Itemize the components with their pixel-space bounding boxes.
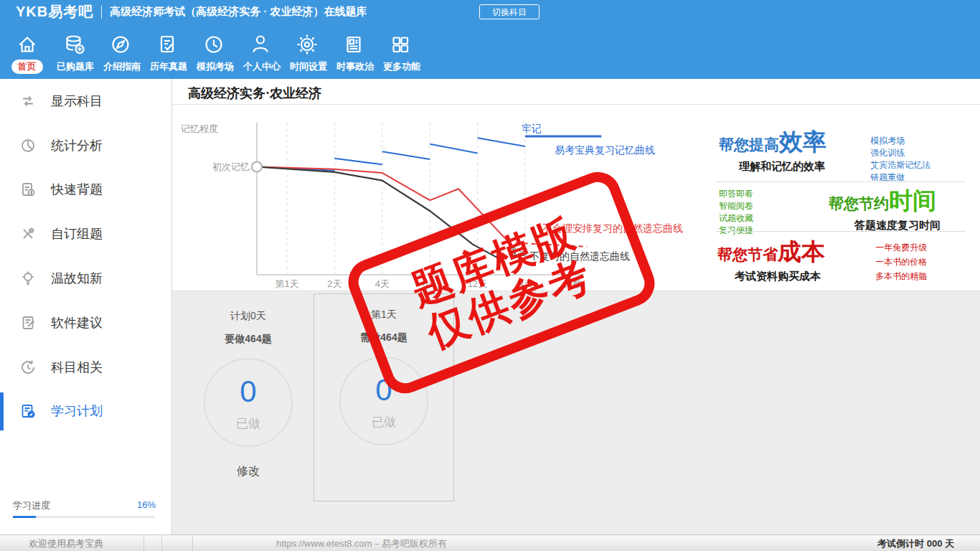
promo-panel: 帮您提高效率 理解和记忆的效率 模拟考场 强化训练 艾宾浩斯记忆法 错题重做 即… (709, 105, 980, 291)
promo-block-cost: 帮您节省成本 考试资料购买成本 一年免费升级 一本书的价格 多本书的精髓 (709, 236, 980, 286)
subject-icon (19, 359, 39, 376)
nav-label: 历年真题 (143, 60, 194, 74)
suggestion-icon (19, 314, 39, 331)
app-window: YKB易考吧 高级经济师考试（高级经济实务 · 农业经济）在线题库 切换科目 首… (0, 0, 980, 551)
progress-fill (13, 516, 36, 518)
nav-item-more[interactable]: 更多功能 (377, 24, 423, 79)
svg-text:初次记忆: 初次记忆 (212, 161, 250, 172)
nav-item-current-affairs[interactable]: 时事政治 (330, 24, 377, 79)
sidebar-item-label: 统计分析 (51, 137, 103, 154)
nav-label: 更多功能 (377, 60, 427, 74)
promo-item: 即答即看 (719, 188, 829, 200)
nav-label: 首页 (11, 60, 43, 74)
pie-chart-icon (19, 137, 39, 154)
sidebar-item-quick-memorize[interactable]: 快速背题 (0, 168, 171, 212)
statusbar-separator (161, 535, 162, 551)
study-progress-row: 学习进度 16% (13, 499, 156, 512)
svg-text:第1天: 第1天 (275, 278, 298, 289)
done-count-label: 已做 (205, 415, 291, 432)
nav-label: 时间设置 (283, 60, 334, 74)
sidebar-item-software-suggestion[interactable]: 软件建议 (0, 301, 171, 345)
modify-plan-link[interactable]: 修改 (178, 464, 319, 479)
main-navbar: 首页 已购题库 介绍指南 历年真题 模拟考场 个人中心 时间设置 时事政治 (0, 24, 980, 79)
sidebar-item-label: 自订组题 (51, 225, 103, 242)
nav-label: 介绍指南 (97, 60, 147, 74)
compass-icon (97, 30, 143, 59)
nav-item-home[interactable]: 首页 (4, 24, 50, 79)
flashcard-icon (19, 181, 39, 198)
promo-item: 模拟考场 (870, 135, 980, 147)
sidebar: 显示科目 统计分析 快速背题 自订组题 温故知新 软件建议 科目相关 学习计划 (0, 79, 172, 534)
plan-card-title: 计划0天 (178, 310, 319, 323)
statusbar-separator (192, 535, 193, 551)
promo-separator (716, 182, 966, 182)
database-icon (50, 30, 97, 59)
sidebar-item-review[interactable]: 温故知新 (0, 256, 171, 301)
study-progress-bar (13, 516, 154, 518)
nav-label: 模拟考场 (190, 60, 240, 74)
sidebar-item-label: 温故知新 (51, 270, 103, 287)
titlebar-divider (101, 6, 102, 19)
news-icon (330, 30, 377, 59)
promo-big-prefix: 帮您节省 (717, 246, 778, 263)
plan-card-subtitle: 要做464题 (178, 333, 319, 346)
svg-text:易考宝典复习记忆曲线: 易考宝典复习记忆曲线 (555, 144, 655, 156)
sidebar-item-label: 科目相关 (51, 359, 103, 376)
exam-countdown: 考试倒计时 000 天 (877, 537, 954, 550)
titlebar: YKB易考吧 高级经济师考试（高级经济实务 · 农业经济）在线题库 切换科目 (0, 0, 980, 24)
sidebar-item-subject-related[interactable]: 科目相关 (0, 345, 171, 390)
promo-big-word: 时间 (889, 187, 936, 214)
statusbar-welcome: 欢迎使用易考宝典 (29, 537, 103, 550)
nav-label: 时事政治 (330, 60, 380, 74)
nav-item-profile[interactable]: 个人中心 (237, 24, 283, 79)
statusbar-separator (143, 535, 144, 551)
promo-item: 强化训练 (870, 147, 980, 159)
app-title: 高级经济师考试（高级经济实务 · 农业经济）在线题库 (110, 5, 367, 19)
promo-item: 一年免费升级 (875, 240, 980, 255)
sidebar-item-study-plan[interactable]: 学习计划 (0, 390, 171, 434)
svg-text:记忆程度: 记忆程度 (181, 123, 218, 134)
nav-item-mock-exam[interactable]: 模拟考场 (190, 24, 237, 79)
promo-big-word: 成本 (778, 238, 825, 265)
promo-big-prefix: 帮您提高 (719, 136, 779, 153)
clock-icon (190, 30, 237, 59)
bulb-icon (19, 270, 39, 287)
promo-subtitle: 理解和记忆的效率 (719, 160, 870, 174)
statusbar-copyright: https://www.etest8.com－易考吧版权所有 (276, 537, 447, 550)
nav-item-purchased-banks[interactable]: 已购题库 (50, 24, 97, 79)
svg-text:牢记: 牢记 (522, 123, 542, 134)
user-icon (237, 30, 283, 59)
promo-item: 一本书的价格 (875, 255, 980, 269)
sidebar-item-show-subjects[interactable]: 显示科目 (0, 79, 171, 123)
promo-item: 试题收藏 (719, 212, 829, 225)
nav-label: 个人中心 (237, 60, 287, 74)
sidebar-item-statistics[interactable]: 统计分析 (0, 123, 171, 168)
promo-subtitle: 考试资料购买成本 (717, 270, 845, 283)
content-header: 高级经济实务·农业经济 (172, 79, 980, 105)
sidebar-item-label: 软件建议 (51, 314, 103, 331)
promo-item: 智能阅卷 (719, 200, 829, 212)
promo-big-prefix: 帮您节约 (829, 195, 889, 212)
home-icon (4, 30, 50, 59)
swap-icon (19, 93, 39, 110)
gear-icon (283, 30, 330, 59)
done-count-circle: 0 已做 (204, 358, 293, 447)
done-count: 0 (205, 377, 291, 407)
page-title: 高级经济实务·农业经济 (188, 85, 980, 102)
done-count-label: 已做 (341, 414, 427, 430)
svg-text:2天: 2天 (327, 278, 341, 289)
sidebar-item-custom-quiz[interactable]: 自订组题 (0, 212, 171, 256)
nav-item-guide[interactable]: 介绍指南 (97, 24, 143, 79)
app-logo: YKB易考吧 (16, 2, 93, 22)
statusbar: 欢迎使用易考宝典 https://www.etest8.com－易考吧版权所有 … (0, 534, 980, 551)
sidebar-item-label: 快速背题 (51, 181, 103, 198)
nav-item-time-settings[interactable]: 时间设置 (283, 24, 330, 79)
switch-subject-button[interactable]: 切换科目 (479, 4, 540, 19)
promo-item: 艾宾浩斯记忆法 (870, 159, 980, 171)
promo-big-word: 效率 (779, 128, 826, 155)
nav-item-past-papers[interactable]: 历年真题 (143, 24, 190, 79)
plan-card: 计划0天 要做464题 0 已做 修改 (178, 296, 319, 479)
promo-block-efficiency: 帮您提高效率 理解和记忆的效率 模拟考场 强化训练 艾宾浩斯记忆法 错题重做 (709, 126, 980, 181)
promo-block-time: 即答即看 智能阅卷 试题收藏 复习便捷 帮您节约时间 答题速度复习时间 (709, 185, 980, 230)
nav-label: 已购题库 (50, 60, 100, 74)
